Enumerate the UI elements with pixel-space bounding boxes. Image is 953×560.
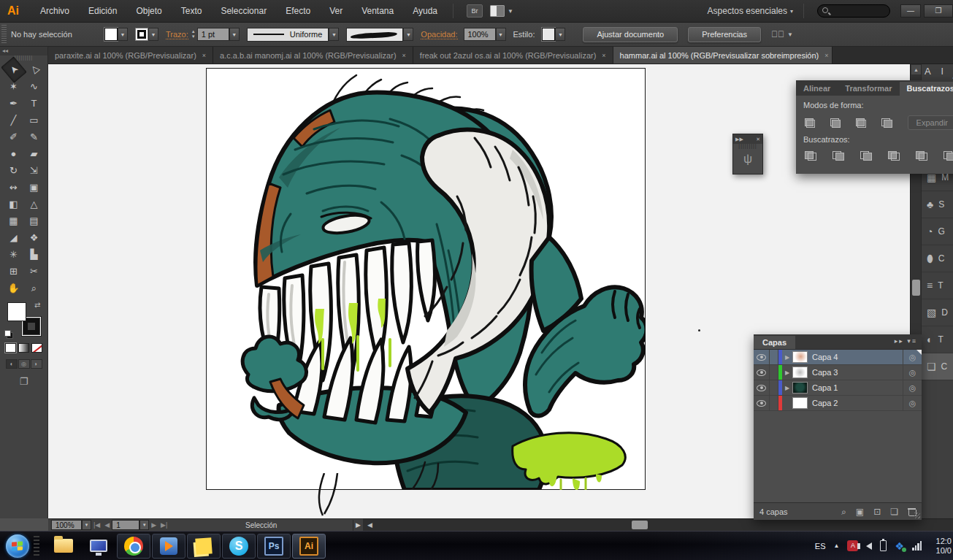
menu-ver[interactable]: Ver: [320, 0, 352, 22]
layer-name[interactable]: Capa 3: [812, 368, 903, 377]
layer-row-capa4[interactable]: ▶ Capa 4 ◎: [754, 350, 922, 365]
horizontal-scroll-thumb[interactable]: [632, 521, 648, 529]
stroke-width-stepper[interactable]: ▲▼: [191, 29, 196, 39]
menu-objeto[interactable]: Objeto: [126, 0, 171, 22]
taskbar-computer-button[interactable]: [82, 534, 115, 559]
show-hidden-icons[interactable]: ▲: [834, 542, 840, 549]
opacity-panel-link[interactable]: Opacidad:: [421, 30, 457, 39]
intersect-button[interactable]: [856, 118, 866, 128]
preferences-button[interactable]: Preferencias: [688, 27, 761, 42]
crop-button[interactable]: [888, 151, 900, 161]
horizontal-scrollbar[interactable]: ◀: [363, 518, 953, 531]
menu-texto[interactable]: Texto: [172, 0, 212, 22]
artboard[interactable]: [206, 68, 646, 490]
none-mode-button[interactable]: [31, 343, 42, 353]
menu-seleccionar[interactable]: Seleccionar: [211, 0, 276, 22]
color-mode-button[interactable]: [5, 343, 16, 353]
scale-tool[interactable]: ⇲: [24, 162, 45, 179]
visibility-toggle[interactable]: [754, 380, 770, 395]
layer-row-capa3[interactable]: ▶ Capa 3 ◎: [754, 365, 922, 380]
opacity-field[interactable]: 100%: [464, 28, 496, 41]
tab-capas[interactable]: Capas: [754, 336, 795, 349]
close-icon[interactable]: ×: [824, 52, 828, 59]
free-transform-tool[interactable]: ▣: [24, 179, 45, 196]
tab-hammar-active[interactable]: hammar.ai al 100% (RGB/Previsualizar sob…: [613, 47, 833, 64]
minus-front-button[interactable]: [830, 118, 841, 128]
mesh-tool[interactable]: ▦: [4, 212, 24, 229]
pencil-tool[interactable]: ✎: [24, 129, 45, 145]
tab-alinear[interactable]: Alinear: [796, 82, 838, 96]
style-swatch[interactable]: [542, 28, 555, 41]
zoom-level-field[interactable]: 100%: [51, 520, 82, 530]
gradient-tool[interactable]: ▤: [24, 212, 45, 229]
artboard-number-field[interactable]: 1: [112, 520, 139, 530]
pen-tool[interactable]: ✒: [4, 95, 24, 112]
panel-grip[interactable]: [1, 25, 7, 44]
column-graph-tool[interactable]: ▙: [24, 246, 45, 263]
isolate-selected-icon[interactable]: ▯⃠: [771, 29, 784, 39]
fill-dropdown-button[interactable]: ▼: [118, 28, 128, 41]
arrange-documents-icon[interactable]: [490, 5, 505, 17]
taskbar-skype-button[interactable]: S: [222, 534, 256, 559]
close-icon[interactable]: ×: [602, 52, 605, 59]
volume-icon[interactable]: [866, 542, 872, 550]
tab-acab-manomj[interactable]: a.c.a.b.ai manomj.ai al 100% (RGB/Previs…: [213, 47, 413, 64]
expand-button[interactable]: Expandir: [908, 115, 953, 130]
stroke-panel-link[interactable]: Trazo:: [166, 30, 188, 39]
expand-triangle-icon[interactable]: ▶: [782, 385, 792, 391]
expand-triangle-icon[interactable]: ▶: [782, 354, 792, 361]
start-button[interactable]: [6, 534, 29, 558]
type-tool[interactable]: T: [24, 95, 45, 112]
line-segment-tool[interactable]: ╱: [4, 112, 24, 129]
target-circle-icon[interactable]: ◎: [903, 396, 922, 410]
screen-mode-button[interactable]: ❐: [0, 376, 47, 387]
system-clock[interactable]: 12:0 10/0: [930, 537, 952, 556]
layer-thumbnail[interactable]: [792, 367, 808, 378]
brush-dropdown[interactable]: ▼: [403, 28, 413, 41]
eyedropper-tool[interactable]: ◢: [4, 229, 24, 246]
clipping-mask-icon[interactable]: ▣: [856, 507, 864, 517]
tab-transformar[interactable]: Transformar: [838, 82, 899, 96]
vertical-scroll-thumb[interactable]: [912, 280, 920, 296]
layer-row-capa2[interactable]: Capa 2 ◎: [754, 396, 922, 411]
target-circle-icon[interactable]: ◎: [903, 365, 922, 380]
taskbar-photoshop-button[interactable]: Ps: [257, 534, 291, 559]
layer-row-capa1[interactable]: ▶ Capa 1 ◎: [754, 380, 922, 396]
maximize-button[interactable]: ❐: [924, 4, 953, 18]
trim-button[interactable]: [833, 151, 844, 161]
rectangle-tool[interactable]: ▭: [24, 112, 45, 129]
stroke-panel-button[interactable]: ≡T: [922, 272, 953, 299]
symbol-sprayer-tool[interactable]: ✳: [4, 246, 24, 263]
taskbar-explorer-button[interactable]: [47, 534, 80, 559]
visibility-toggle[interactable]: [754, 350, 770, 364]
close-icon[interactable]: ×: [202, 52, 206, 59]
search-input[interactable]: [817, 4, 890, 18]
acrobat-tray-icon[interactable]: A: [847, 540, 858, 551]
artboard-dropdown[interactable]: ▼: [139, 520, 149, 530]
symbols-panel-button[interactable]: ♣S: [922, 191, 953, 218]
merge-button[interactable]: [860, 151, 872, 161]
visibility-toggle[interactable]: [754, 396, 770, 410]
menu-efecto[interactable]: Efecto: [276, 0, 320, 22]
paintbrush-tool[interactable]: ✐: [4, 129, 24, 145]
close-icon[interactable]: ×: [402, 52, 406, 59]
brushes-icon[interactable]: ψ: [733, 148, 762, 170]
tab-paraxite[interactable]: paraxite.ai al 100% (RGB/Previsualizar) …: [48, 47, 213, 64]
color-guide-panel-button[interactable]: ◔G: [922, 218, 953, 245]
menu-ventana[interactable]: Ventana: [352, 0, 403, 22]
dropbox-icon[interactable]: ❖: [895, 540, 904, 552]
style-dropdown[interactable]: ▼: [555, 28, 565, 41]
gradient-mode-button[interactable]: [18, 343, 29, 353]
minus-back-button[interactable]: [944, 151, 953, 161]
draw-normal-button[interactable]: ◖: [6, 359, 18, 369]
stroke-width-dropdown[interactable]: ▼: [229, 28, 240, 41]
zoom-tool[interactable]: ⌕: [24, 280, 45, 296]
blend-tool[interactable]: ❖: [24, 229, 45, 246]
width-tool[interactable]: ↭: [4, 179, 24, 196]
layer-name[interactable]: Capa 1: [812, 383, 903, 392]
menu-edicion[interactable]: Edición: [79, 0, 126, 22]
taskbar-sticky-notes-button[interactable]: [187, 534, 221, 559]
opacity-dropdown[interactable]: ▼: [496, 28, 506, 41]
visibility-toggle[interactable]: [754, 365, 770, 380]
lasso-tool[interactable]: ∿: [24, 78, 45, 95]
